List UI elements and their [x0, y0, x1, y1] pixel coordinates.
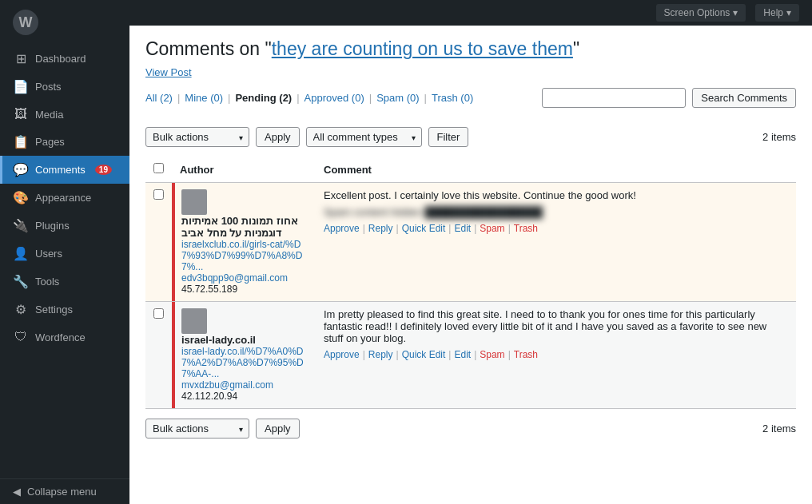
author-cell-0: אחוז תמונות 100 אמיתיות דוגמניות על מחל …	[172, 183, 316, 302]
comment-type-select[interactable]: All comment typesCommentsPings	[306, 127, 422, 147]
action-reply-1[interactable]: Reply	[368, 349, 393, 360]
sidebar-item-label-dashboard: Dashboard	[35, 53, 86, 65]
sidebar-item-users[interactable]: 👤 Users	[0, 240, 129, 268]
action-sep: |	[474, 223, 476, 234]
sidebar-item-label-appearance: Appearance	[35, 192, 91, 204]
bulk-actions-wrap-top: Bulk actionsApproveUnapproveMark as spam…	[145, 127, 249, 147]
action-quick-edit-1[interactable]: Quick Edit	[402, 349, 446, 360]
action-edit-0[interactable]: Edit	[454, 223, 471, 234]
action-spam-0[interactable]: Spam	[480, 223, 504, 234]
author-name: אחוז תמונות 100 אמיתיות דוגמניות על מחל …	[181, 215, 308, 239]
help-chevron: ▾	[786, 7, 791, 18]
settings-icon: ⚙	[13, 302, 29, 317]
author-url[interactable]: israel-lady.co.il/%D7%A0%D7%A2%D7%A8%D7%…	[181, 346, 308, 379]
select-all-header	[145, 157, 172, 183]
sidebar-item-wordfence[interactable]: 🛡 Wordfence	[0, 323, 129, 351]
sidebar-item-plugins[interactable]: 🔌 Plugins	[0, 212, 129, 240]
page-title: Comments on "they are counting on us to …	[145, 38, 796, 60]
search-area: Search Comments	[542, 88, 796, 108]
filter-tab-all[interactable]: All (2)	[145, 92, 173, 104]
sidebar-item-media[interactable]: 🖼 Media	[0, 101, 129, 128]
action-sep: |	[508, 223, 511, 234]
wordfence-icon: 🛡	[13, 330, 29, 344]
filter-sep-5: |	[424, 92, 427, 104]
comment-type-wrap: All comment typesCommentsPings ▾	[306, 127, 422, 147]
action-sep: |	[363, 349, 365, 360]
filter-sep-3: |	[297, 92, 299, 104]
action-quick-edit-0[interactable]: Quick Edit	[402, 223, 446, 234]
items-count-bottom: 2 items	[762, 423, 796, 435]
action-sep: |	[396, 349, 399, 360]
title-prefix: Comments on "	[145, 38, 272, 59]
apply-button-bottom[interactable]: Apply	[256, 419, 300, 439]
filter-sep-4: |	[369, 92, 372, 104]
author-email[interactable]: mvxdzbu@gmail.com	[181, 379, 308, 391]
author-email[interactable]: edv3bqpp9o@gmail.com	[181, 272, 308, 284]
select-all-checkbox[interactable]	[153, 163, 164, 173]
screen-options-label: Screen Options	[664, 7, 730, 18]
action-trash-1[interactable]: Trash	[514, 349, 538, 360]
sidebar-item-label-plugins: Plugins	[35, 220, 70, 232]
screen-options-button[interactable]: Screen Options ▾	[656, 4, 746, 22]
filter-tab-spam[interactable]: Spam (0)	[376, 92, 419, 104]
filter-tab-approved[interactable]: Approved (0)	[304, 92, 364, 104]
filter-button[interactable]: Filter	[428, 127, 469, 147]
apply-button-top[interactable]: Apply	[256, 127, 300, 147]
row-checkbox-1	[145, 302, 172, 409]
comment-text: Excellent post. I certainly love this we…	[324, 189, 788, 201]
table-row: אחוז תמונות 100 אמיתיות דוגמניות על מחל …	[145, 183, 796, 302]
bulk-actions-select-top[interactable]: Bulk actionsApproveUnapproveMark as spam…	[145, 127, 249, 147]
post-title-link[interactable]: they are counting on us to save them	[272, 38, 573, 59]
tools-icon: 🔧	[13, 274, 29, 289]
comment-checkbox-1[interactable]	[153, 308, 164, 319]
action-spam-1[interactable]: Spam	[480, 349, 504, 360]
help-button[interactable]: Help ▾	[755, 4, 799, 22]
filter-tab-pending[interactable]: Pending (2)	[235, 92, 292, 104]
author-ip: 42.112.20.94	[181, 391, 308, 402]
sidebar-item-label-pages: Pages	[35, 136, 65, 148]
author-column-header: Author	[172, 157, 316, 183]
action-trash-0[interactable]: Trash	[514, 223, 538, 234]
screen-options-chevron: ▾	[733, 7, 738, 18]
row-checkbox-0	[145, 183, 172, 302]
filter-sep-1: |	[177, 92, 180, 104]
sidebar-item-appearance[interactable]: 🎨 Appearance	[0, 184, 129, 212]
comments-table: Author Comment אחוז תמונות 100 אמיתיות ד…	[145, 157, 796, 409]
pending-indicator	[172, 302, 175, 408]
action-reply-0[interactable]: Reply	[368, 223, 393, 234]
filter-tab-trash[interactable]: Trash (0)	[432, 92, 473, 104]
avatar	[181, 189, 207, 215]
sidebar-item-comments[interactable]: 💬 Comments 19	[0, 156, 129, 184]
comment-cell-0: Excellent post. I certainly love this we…	[316, 183, 796, 302]
action-edit-1[interactable]: Edit	[454, 349, 471, 360]
sidebar-item-pages[interactable]: 📋 Pages	[0, 128, 129, 156]
filter-tabs: All (2)|Mine (0)|Pending (2)|Approved (0…	[145, 92, 473, 104]
sidebar-item-tools[interactable]: 🔧 Tools	[0, 268, 129, 296]
blurred-spam-text: Spam content hidden ████████████████	[324, 206, 788, 218]
sidebar-item-label-posts: Posts	[35, 81, 62, 93]
items-count-top: 2 items	[762, 131, 796, 143]
sidebar-item-settings[interactable]: ⚙ Settings	[0, 296, 129, 323]
comment-cell-1: Im pretty pleased to find this great sit…	[316, 302, 796, 409]
action-approve-0[interactable]: Approve	[324, 223, 360, 234]
search-comments-button[interactable]: Search Comments	[692, 88, 796, 108]
sidebar-item-posts[interactable]: 📄 Posts	[0, 73, 129, 101]
toolbar-bottom: Bulk actionsApproveUnapproveMark as spam…	[145, 419, 796, 445]
sidebar-item-dashboard[interactable]: ⊞ Dashboard	[0, 45, 129, 73]
dashboard-icon: ⊞	[13, 51, 29, 66]
top-bar: Screen Options ▾ Help ▾	[129, 0, 812, 26]
bulk-actions-select-bottom[interactable]: Bulk actionsApproveUnapproveMark as spam…	[145, 419, 249, 439]
sidebar-item-label-settings: Settings	[35, 304, 73, 315]
collapse-label: Collapse menu	[27, 486, 97, 498]
search-input[interactable]	[542, 88, 686, 108]
comment-checkbox-0[interactable]	[153, 189, 164, 200]
filter-tab-mine[interactable]: Mine (0)	[185, 92, 223, 104]
author-url[interactable]: israelxclub.co.il/girls-cat/%D7%93%D7%99…	[181, 239, 308, 272]
collapse-menu[interactable]: ◀ Collapse menu	[0, 478, 129, 504]
author-name: israel-lady.co.il	[181, 334, 308, 346]
view-post-link[interactable]: View Post	[145, 66, 192, 78]
action-approve-1[interactable]: Approve	[324, 349, 360, 360]
filter-sep-2: |	[228, 92, 230, 104]
sidebar-item-label-media: Media	[35, 109, 63, 121]
pending-indicator	[172, 183, 175, 301]
